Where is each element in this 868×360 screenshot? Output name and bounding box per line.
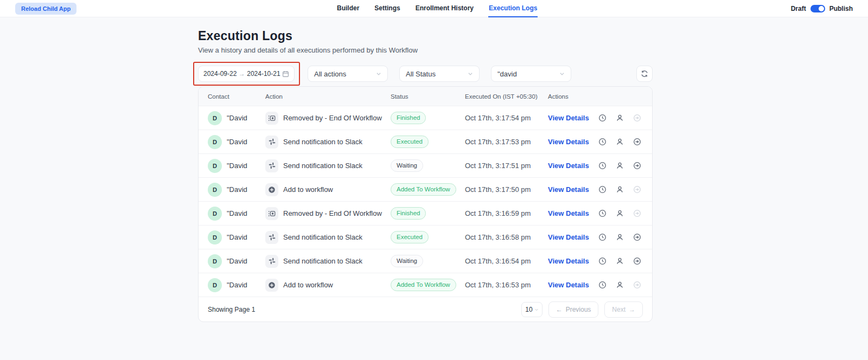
contact-filter-value: "david — [497, 70, 517, 78]
table-footer: Showing Page 1 10 ← Previous Next → — [199, 297, 652, 322]
date-range-picker[interactable]: 2024-09-22 → 2024-10-21 — [198, 66, 295, 82]
reload-child-app-button[interactable]: Reload Child App — [15, 3, 76, 15]
next-page-button[interactable]: Next → — [604, 301, 643, 318]
previous-label: Previous — [566, 306, 591, 313]
contact-profile-icon[interactable] — [616, 209, 624, 217]
slack-icon — [269, 258, 276, 265]
contact-cell: D "David — [208, 230, 265, 245]
history-icon[interactable] — [598, 138, 607, 146]
history-icon[interactable] — [598, 281, 607, 289]
history-icon[interactable] — [598, 233, 607, 241]
resume-icon[interactable] — [633, 185, 641, 194]
view-details-link[interactable]: View Details — [548, 209, 589, 217]
contact-cell: D "David — [208, 135, 265, 149]
table-row: D "David — [199, 106, 652, 130]
end-workflow-icon — [268, 114, 276, 122]
resume-icon[interactable] — [633, 162, 641, 170]
contact-filter-select[interactable]: "david — [491, 66, 571, 82]
top-bar: Reload Child App BuilderSettingsEnrollme… — [0, 0, 868, 17]
left-arrow-icon: ← — [556, 306, 563, 313]
tab-builder[interactable]: Builder — [336, 0, 360, 17]
status-filter-select[interactable]: All Status — [399, 66, 480, 82]
view-details-link[interactable]: View Details — [548, 257, 589, 265]
contact-name: "David — [227, 233, 247, 241]
history-icon[interactable] — [598, 114, 607, 122]
header-contact: Contact — [208, 93, 265, 100]
publish-toggle[interactable] — [810, 5, 825, 12]
filters-row: 2024-09-22 → 2024-10-21 All actions All … — [198, 66, 653, 82]
row-actions-cell: View Details — [548, 185, 643, 194]
history-icon[interactable] — [598, 162, 607, 170]
table-body: D "David — [199, 106, 652, 297]
contact-profile-icon[interactable] — [616, 138, 624, 146]
executed-on-cell: Oct 17th, 3:17:51 pm — [465, 162, 548, 170]
resume-icon[interactable] — [633, 209, 641, 217]
header-status: Status — [391, 93, 465, 100]
view-details-link[interactable]: View Details — [548, 138, 589, 146]
status-badge: Waiting — [391, 255, 423, 267]
calendar-icon — [282, 70, 289, 78]
avatar: D — [208, 135, 222, 149]
page-size-select[interactable]: 10 — [521, 302, 542, 317]
resume-icon[interactable] — [633, 138, 641, 146]
row-actions-cell: View Details — [548, 257, 643, 265]
status-cell: Added To Workflow — [391, 183, 465, 196]
contact-profile-icon[interactable] — [616, 114, 624, 122]
publish-label: Publish — [829, 5, 853, 12]
executed-on-cell: Oct 17th, 3:17:54 pm — [465, 114, 548, 122]
status-cell: Executed — [391, 231, 465, 243]
refresh-button[interactable] — [636, 66, 653, 82]
contact-profile-icon[interactable] — [616, 257, 624, 265]
tab-execution-logs[interactable]: Execution Logs — [488, 0, 538, 17]
action-cell: Removed by - End Of Workflow — [265, 112, 391, 125]
contact-cell: D "David — [208, 278, 265, 292]
view-details-link[interactable]: View Details — [548, 185, 589, 194]
avatar: D — [208, 207, 222, 221]
action-label: Removed by - End Of Workflow — [283, 209, 382, 217]
history-icon[interactable] — [598, 257, 607, 265]
contact-name: "David — [227, 209, 247, 217]
history-icon[interactable] — [598, 185, 607, 194]
resume-icon[interactable] — [633, 114, 641, 122]
contact-profile-icon[interactable] — [616, 162, 624, 170]
row-actions-cell: View Details — [548, 209, 643, 217]
resume-icon[interactable] — [633, 257, 641, 265]
avatar: D — [208, 183, 222, 197]
date-end-value: 2024-10-21 — [247, 70, 280, 78]
contact-profile-icon[interactable] — [616, 185, 624, 194]
contact-cell: D "David — [208, 159, 265, 173]
arrow-right-icon: → — [239, 70, 245, 78]
refresh-icon — [641, 70, 648, 78]
add-workflow-icon — [268, 281, 276, 289]
slack-icon — [269, 234, 276, 241]
status-badge: Added To Workflow — [391, 183, 456, 196]
publish-area: Draft Publish — [791, 5, 853, 12]
history-icon[interactable] — [598, 209, 607, 217]
view-details-link[interactable]: View Details — [548, 114, 589, 122]
contact-name: "David — [227, 162, 247, 170]
actions-filter-select[interactable]: All actions — [308, 66, 388, 82]
row-actions-cell: View Details — [548, 138, 643, 146]
view-details-link[interactable]: View Details — [548, 233, 589, 241]
resume-icon[interactable] — [633, 281, 641, 289]
executed-on-cell: Oct 17th, 3:17:53 pm — [465, 138, 548, 146]
action-label: Add to workflow — [283, 281, 333, 289]
execution-logs-table: Contact Action Status Executed On (IST +… — [198, 86, 653, 322]
contact-cell: D "David — [208, 207, 265, 221]
contact-name: "David — [227, 138, 247, 146]
view-details-link[interactable]: View Details — [548, 281, 589, 289]
header-actions: Actions — [548, 93, 643, 100]
view-details-link[interactable]: View Details — [548, 162, 589, 170]
contact-profile-icon[interactable] — [616, 233, 624, 241]
action-cell: Removed by - End Of Workflow — [265, 207, 391, 220]
previous-page-button[interactable]: ← Previous — [548, 301, 599, 318]
page-size-value: 10 — [525, 306, 532, 313]
tab-enrollment-history[interactable]: Enrollment History — [415, 0, 474, 17]
resume-icon[interactable] — [633, 233, 641, 241]
executed-on-cell: Oct 17th, 3:16:53 pm — [465, 281, 548, 289]
status-cell: Waiting — [391, 159, 465, 172]
action-label: Add to workflow — [283, 185, 333, 194]
contact-profile-icon[interactable] — [616, 281, 624, 289]
tab-settings[interactable]: Settings — [374, 0, 400, 17]
draft-label: Draft — [791, 5, 806, 12]
